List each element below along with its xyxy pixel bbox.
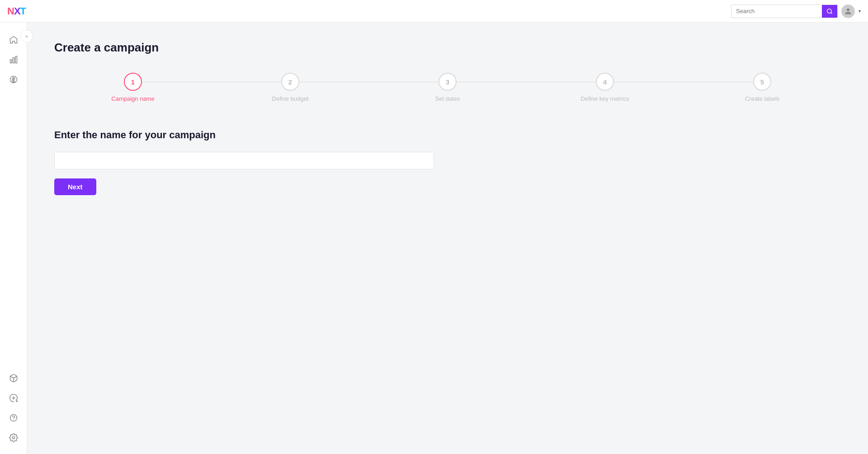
step-circle-1: 1 <box>124 73 142 91</box>
logo: NXT <box>7 5 26 17</box>
header-right: ▾ <box>731 5 861 18</box>
sidebar-item-settings[interactable] <box>0 429 27 447</box>
form-title: Enter the name for your campaign <box>54 129 841 141</box>
step-label-1: Campaign name <box>111 95 154 102</box>
search-box <box>731 5 838 18</box>
step-1: 1 Campaign name <box>54 73 212 102</box>
step-4: 4 Define key metrics <box>526 73 684 102</box>
svg-rect-2 <box>10 60 11 63</box>
logo-t: T <box>20 5 26 17</box>
step-label-3: Set dates <box>435 95 460 102</box>
stepper: 1 Campaign name 2 Define budget 3 Set da… <box>54 73 841 102</box>
sidebar: » <box>0 23 27 454</box>
search-input[interactable] <box>731 5 822 17</box>
step-label-4: Define key metrics <box>581 95 629 102</box>
avatar-dropdown-caret[interactable]: ▾ <box>859 9 861 14</box>
step-label-2: Define budget <box>272 95 309 102</box>
step-label-5: Create labels <box>745 95 780 102</box>
logo-x: X <box>14 5 20 17</box>
page-title: Create a campaign <box>54 41 841 55</box>
sidebar-bottom <box>0 369 27 454</box>
svg-rect-3 <box>13 58 14 63</box>
header: NXT ▾ <box>0 0 868 23</box>
step-circle-2: 2 <box>281 73 299 91</box>
svg-point-9 <box>12 437 14 439</box>
sidebar-item-billing[interactable] <box>0 70 27 89</box>
logo-n: N <box>7 5 14 17</box>
step-circle-5: 5 <box>753 73 771 91</box>
sidebar-item-analytics[interactable] <box>0 51 27 69</box>
avatar[interactable] <box>841 5 855 18</box>
step-2: 2 Define budget <box>212 73 369 102</box>
step-circle-4: 4 <box>596 73 614 91</box>
sidebar-toggle-button[interactable]: » <box>20 30 33 42</box>
svg-point-7 <box>10 415 17 421</box>
next-button[interactable]: Next <box>54 178 96 195</box>
search-button[interactable] <box>822 5 837 18</box>
campaign-name-input[interactable] <box>54 152 434 169</box>
step-3: 3 Set dates <box>369 73 526 102</box>
main-content: Create a campaign 1 Campaign name 2 Defi… <box>27 23 868 454</box>
svg-rect-4 <box>15 56 17 63</box>
sidebar-item-help[interactable] <box>0 409 27 427</box>
sidebar-item-box[interactable] <box>0 369 27 387</box>
step-circle-3: 3 <box>439 73 457 91</box>
svg-line-1 <box>831 12 832 14</box>
sidebar-item-campaign[interactable] <box>0 389 27 407</box>
step-5: 5 Create labels <box>684 73 841 102</box>
